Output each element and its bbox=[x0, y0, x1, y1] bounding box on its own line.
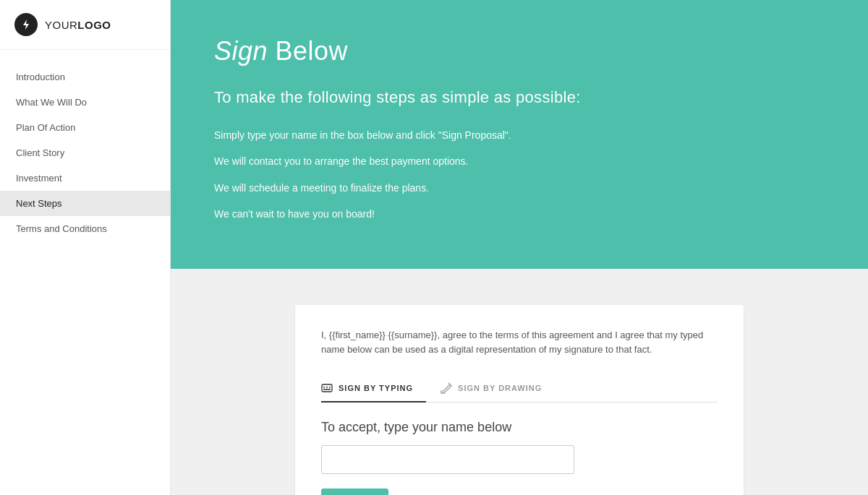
tab-drawing-label: SIGN BY DRAWING bbox=[458, 384, 542, 392]
main-content: Sign Below To make the following steps a… bbox=[171, 0, 868, 495]
title-rest: Below bbox=[268, 36, 348, 66]
keyboard-icon bbox=[321, 382, 333, 394]
sidebar-item-what-we-will-do[interactable]: What We Will Do bbox=[0, 90, 170, 115]
tab-sign-by-drawing[interactable]: SIGN BY DRAWING bbox=[441, 375, 555, 403]
svg-rect-5 bbox=[323, 389, 331, 390]
tab-sign-by-typing[interactable]: SIGN BY TYPING bbox=[321, 375, 426, 403]
svg-rect-2 bbox=[323, 387, 325, 388]
logo-icon bbox=[14, 13, 38, 36]
sidebar-nav: Introduction What We Will Do Plan Of Act… bbox=[0, 50, 170, 495]
svg-marker-0 bbox=[23, 20, 29, 30]
pen-icon bbox=[441, 382, 452, 394]
hero-step-1: Simply type your name in the box below a… bbox=[214, 127, 825, 143]
svg-rect-1 bbox=[322, 384, 332, 392]
tab-typing-label: SIGN BY TYPING bbox=[339, 384, 413, 392]
content-section: I, {{first_name}} {{surname}}, agree to … bbox=[171, 269, 868, 495]
hero-steps: Simply type your name in the box below a… bbox=[214, 127, 825, 223]
svg-rect-3 bbox=[326, 387, 328, 388]
logo-text: YOURLOGO bbox=[45, 19, 111, 31]
hero-step-3: We will schedule a meeting to finalize t… bbox=[214, 180, 825, 196]
svg-rect-4 bbox=[329, 387, 331, 388]
accept-button[interactable]: Accept bbox=[321, 488, 388, 495]
hero-step-2: We will contact you to arrange the best … bbox=[214, 153, 825, 169]
title-italic: Sign bbox=[214, 36, 268, 66]
sidebar-item-client-story[interactable]: Client Story bbox=[0, 140, 170, 165]
hero-subtitle: To make the following steps as simple as… bbox=[214, 88, 825, 107]
sidebar-item-introduction[interactable]: Introduction bbox=[0, 64, 170, 90]
sidebar: YOURLOGO Introduction What We Will Do Pl… bbox=[0, 0, 171, 495]
page-title: Sign Below bbox=[214, 36, 825, 66]
accept-label: To accept, type your name below bbox=[321, 420, 718, 435]
sidebar-item-plan-of-action[interactable]: Plan Of Action bbox=[0, 115, 170, 140]
logo-area: YOURLOGO bbox=[0, 0, 170, 50]
sidebar-item-terms-and-conditions[interactable]: Terms and Conditions bbox=[0, 216, 170, 241]
sign-tabs: SIGN BY TYPING SIGN BY DRAWING bbox=[321, 375, 718, 403]
signature-card: I, {{first_name}} {{surname}}, agree to … bbox=[295, 305, 744, 495]
name-input[interactable] bbox=[321, 445, 574, 474]
hero-section: Sign Below To make the following steps a… bbox=[171, 0, 868, 269]
sidebar-item-next-steps[interactable]: Next Steps bbox=[0, 191, 170, 216]
agreement-text: I, {{first_name}} {{surname}}, agree to … bbox=[321, 328, 718, 358]
hero-step-4: We can't wait to have you on board! bbox=[214, 206, 825, 222]
sidebar-item-investment[interactable]: Investment bbox=[0, 165, 170, 191]
